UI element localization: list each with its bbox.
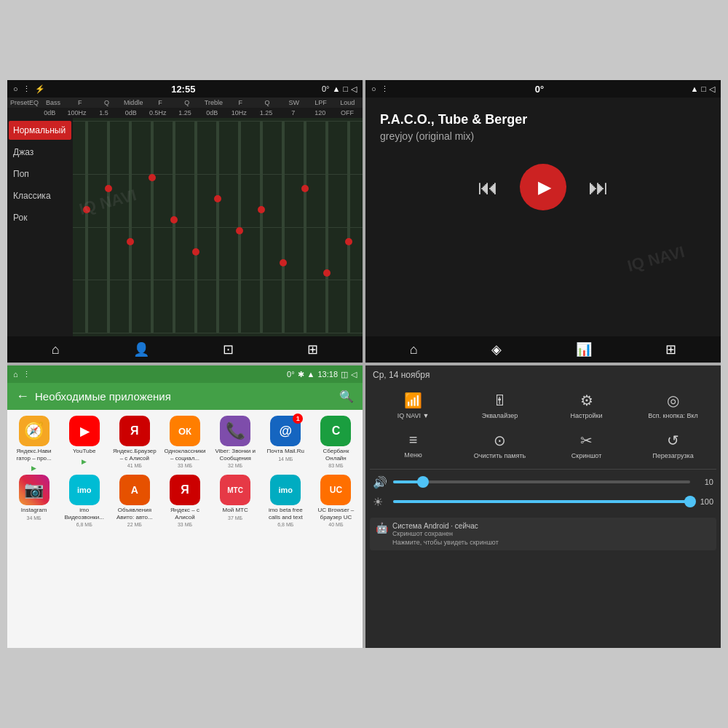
music-info: P.A.C.O., Tube & Berger greyjoy (origina… xyxy=(365,98,721,336)
qs-tile-label: Меню xyxy=(404,451,422,459)
eq-column-headers: PresetEQ Bass F Q Middle F Q Treble F Q … xyxy=(7,98,363,108)
list-item[interactable]: 📷 Instagram 34 МБ xyxy=(10,475,58,527)
brightness-thumb[interactable] xyxy=(684,496,696,507)
list-item[interactable]: imo imo Видеозвонки... 6,8 МБ xyxy=(60,475,108,527)
eq-slider-4[interactable] xyxy=(143,121,162,333)
play-button[interactable]: ▶ xyxy=(520,164,566,210)
status-time: 12:55 xyxy=(171,84,195,95)
list-item[interactable]: 🧭 Яндекс.Нави гатор – про... ▶ xyxy=(10,416,58,472)
qs-tile-assist-btn[interactable]: ◎ Всп. кнопка: Вкл xyxy=(630,386,716,426)
volume-value: 10 xyxy=(696,478,713,486)
music-status-bar: ○ ⋮ 0° ▲ □ ◁ xyxy=(365,80,721,98)
qs-tile-label: Скриншот xyxy=(571,452,602,460)
eq-slider-7[interactable] xyxy=(208,121,228,333)
eq-slider-5[interactable] xyxy=(165,121,184,333)
qs-tile-label: Всп. кнопка: Вкл xyxy=(648,412,698,420)
next-button[interactable]: ⏭ xyxy=(588,175,609,199)
qs-tile-label: IQ NAVI ▼ xyxy=(397,412,430,420)
list-item[interactable]: ОК Одноклассники – социал... 33 МБ xyxy=(161,416,208,472)
eq-slider-6[interactable] xyxy=(186,121,206,333)
qs-tile-label: Очистить память xyxy=(474,452,526,460)
list-item[interactable]: @ 1 Почта Mail.Ru 14 МБ xyxy=(262,416,309,472)
eq-slider-10[interactable] xyxy=(273,121,293,333)
eq-slider-3[interactable] xyxy=(121,121,141,333)
brightness-slider-row: ☀ 100 xyxy=(373,495,713,509)
preset-rock[interactable]: Рок xyxy=(9,208,71,227)
eq-slider-2[interactable] xyxy=(99,121,119,333)
qs-tile-label: Эквалайзер xyxy=(482,412,518,420)
volume-icon: 🔊 xyxy=(373,475,387,489)
list-item[interactable]: UC UC Browser – браузер UC 40 МБ xyxy=(312,475,360,527)
list-item[interactable]: МТС Мой МТС 37 МБ xyxy=(212,475,259,527)
brightness-slider-track[interactable] xyxy=(393,500,690,503)
qs-tile-equalizer[interactable]: 🎚 Эквалайзер xyxy=(456,386,543,426)
qs-tile-settings[interactable]: ⚙ Настройки xyxy=(543,386,630,426)
prev-button[interactable]: ⏮ xyxy=(478,175,498,199)
eq-slider-8[interactable] xyxy=(229,121,249,333)
music-grid-icon[interactable]: ⊞ xyxy=(665,341,676,357)
qs-tile-menu[interactable]: ≡ Меню xyxy=(370,426,456,466)
list-item[interactable]: Я Яндекс.Браузер – с Алисой 41 МБ xyxy=(111,416,158,472)
preset-normal[interactable]: Нормальный xyxy=(9,121,71,140)
music-dots-icon: ⋮ xyxy=(381,84,389,94)
quick-settings-panel: Ср, 14 ноября 📶 IQ NAVI ▼ 🎚 Эквалайзер ⚙… xyxy=(365,365,721,648)
user-nav-icon[interactable]: 👤 xyxy=(133,341,149,357)
apps-back-button[interactable]: ← xyxy=(16,389,29,404)
dots-icon: ⋮ xyxy=(23,84,31,94)
apps-time: 13:18 xyxy=(317,370,338,379)
volume-slider-track[interactable] xyxy=(393,480,690,483)
grid-nav-icon[interactable]: ⊞ xyxy=(307,341,318,357)
qs-date-label: Ср, 14 ноября xyxy=(365,365,721,383)
preset-classic[interactable]: Классика xyxy=(9,186,71,205)
list-item[interactable]: Я Яндекс – с Алисой 33 МБ xyxy=(161,475,208,527)
music-nav-2: □ xyxy=(701,84,706,93)
preset-pop[interactable]: Поп xyxy=(9,165,71,183)
qs-notification[interactable]: 🤖 Система Android · сейчас Скриншот сохр… xyxy=(370,518,716,550)
temp-display: 0° xyxy=(322,84,330,93)
menu-icon: ≡ xyxy=(409,432,418,448)
eq-slider-13[interactable] xyxy=(339,121,358,333)
apps-home-icon: ⌂ xyxy=(13,370,18,379)
music-nav-bar: ⌂ ◈ 📊 ⊞ xyxy=(365,336,721,363)
expand-nav-icon[interactable]: ⊡ xyxy=(223,341,234,357)
music-nav-3: ◁ xyxy=(709,84,715,94)
music-panel: ○ ⋮ 0° ▲ □ ◁ P.A.C.O., Tube & Berger gre… xyxy=(365,80,721,363)
music-chart-icon[interactable]: 📊 xyxy=(576,341,592,357)
notif-content: Система Android · сейчас Скриншот сохран… xyxy=(392,522,711,546)
wifi-icon: 📶 xyxy=(404,392,422,409)
nav-icon-3: ◁ xyxy=(351,84,357,94)
qs-tile-iqnavi[interactable]: 📶 IQ NAVI ▼ xyxy=(370,386,456,426)
eq-slider-area xyxy=(73,118,363,336)
apps-search-icon[interactable]: 🔍 xyxy=(339,389,354,403)
eq-slider-1[interactable] xyxy=(77,121,97,333)
eq-nav-bar: ⌂ 👤 ⊡ ⊞ xyxy=(7,336,363,363)
music-nav-icon[interactable]: ◈ xyxy=(491,341,502,357)
list-item[interactable]: С Сбербанк Онлайн 83 МБ xyxy=(312,416,360,472)
list-item[interactable]: imo imo beta free calls and text 6,8 МБ xyxy=(262,475,309,527)
notif-desc: Нажмите, чтобы увидеть скриншот xyxy=(392,539,711,546)
screenshot-icon: ✂ xyxy=(580,432,593,449)
qs-tile-clear-memory[interactable]: ⊙ Очистить память xyxy=(456,426,543,466)
apps-panel: ⌂ ⋮ 0° ✱ ▲ 13:18 ◫ ◁ ← Необходимые прило… xyxy=(7,365,363,648)
qs-tile-reboot[interactable]: ↺ Перезагрузка xyxy=(630,426,716,466)
apps-screen-icon: ◫ xyxy=(341,370,348,379)
preset-jazz[interactable]: Джаз xyxy=(9,143,71,162)
music-artist-label: P.A.C.O., Tube & Berger xyxy=(380,112,706,127)
music-home-icon[interactable]: ⌂ xyxy=(410,342,418,357)
volume-thumb[interactable] xyxy=(417,476,429,488)
qs-tile-screenshot[interactable]: ✂ Скриншот xyxy=(543,426,630,466)
qs-tile-label: Настройки xyxy=(570,412,602,420)
brightness-value: 100 xyxy=(696,497,713,506)
status-right: 0° ▲ □ ◁ xyxy=(322,84,357,94)
list-item[interactable]: 📞 Viber: Звонки и Сообщения 32 МБ xyxy=(212,416,259,472)
eq-slider-11[interactable] xyxy=(295,121,314,333)
list-item[interactable]: ▶ YouTube ▶ xyxy=(60,416,108,472)
apps-back-icon: ◁ xyxy=(351,370,357,379)
apps-grid: 🧭 Яндекс.Нави гатор – про... ▶ ▶ YouTube… xyxy=(7,410,363,533)
home-nav-icon[interactable]: ⌂ xyxy=(52,342,60,357)
usb-icon: ⚡ xyxy=(35,84,45,94)
eq-slider-12[interactable] xyxy=(317,121,336,333)
clear-icon: ⊙ xyxy=(494,432,506,449)
list-item[interactable]: А Объявления Авито: авто... 22 МБ xyxy=(111,475,158,527)
eq-slider-9[interactable] xyxy=(251,121,271,333)
